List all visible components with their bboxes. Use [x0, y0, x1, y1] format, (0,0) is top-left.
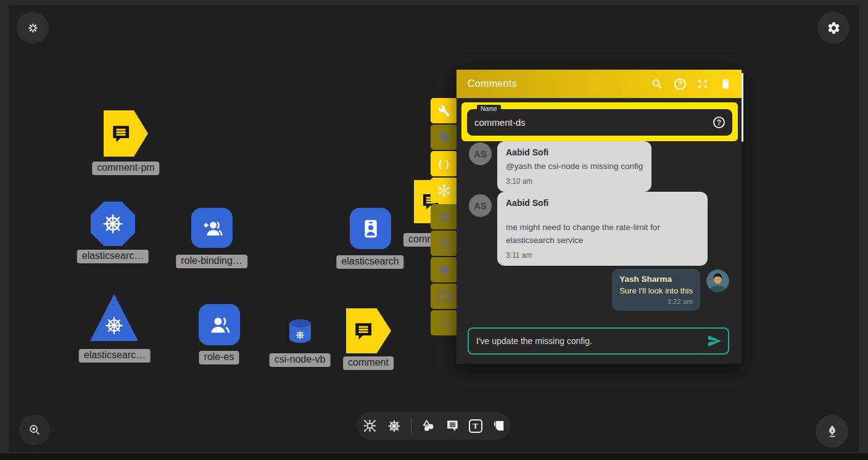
message-time: 3:10 am — [506, 177, 643, 186]
toolbar-settings[interactable] — [431, 204, 458, 229]
panel-title: Comments — [468, 78, 651, 89]
node-role-binding[interactable] — [191, 208, 233, 248]
pen-tool-button[interactable] — [816, 415, 848, 448]
trash-icon[interactable] — [719, 78, 732, 90]
name-input[interactable] — [474, 117, 713, 128]
comment-icon — [352, 320, 374, 342]
message-time: 3:11 am — [506, 251, 699, 260]
comment-icon — [110, 123, 132, 145]
kubernetes-icon — [295, 330, 305, 340]
toolbar-history[interactable] — [431, 310, 458, 335]
node-role-es[interactable] — [199, 304, 240, 345]
toolbar-divider — [411, 418, 411, 434]
wrench-icon — [438, 105, 450, 117]
expand-icon[interactable] — [696, 78, 709, 90]
bottom-toolbar: T — [357, 412, 510, 440]
node-label: comment-pm — [92, 162, 159, 175]
send-icon[interactable] — [707, 334, 722, 348]
history-icon — [438, 316, 451, 329]
message-text: @yash the csi-node is missing config — [506, 160, 643, 173]
comment-icon[interactable] — [445, 419, 460, 433]
toolbar-doc-search[interactable] — [431, 231, 458, 256]
message-time: 3:22 am — [619, 298, 693, 305]
gear-icon — [438, 210, 451, 223]
node-elasticsearch-statefulset[interactable] — [90, 294, 138, 341]
node-label: elasticsearc… — [77, 250, 149, 263]
message-text: me might need to change the rate-limit f… — [506, 221, 699, 247]
context-toolbar: { } — [431, 98, 458, 337]
github-icon — [437, 290, 451, 303]
help-icon[interactable]: ? — [713, 117, 725, 128]
chat-message: Aabid Sofi @yash the csi-node is missing… — [497, 141, 651, 192]
comments-panel: Comments ? Name ? AS Aabid Sofi @yash th… — [457, 70, 742, 364]
zoom-in-icon — [28, 423, 41, 437]
toolbar-mesh[interactable] — [431, 178, 458, 203]
node-elasticsearch-serviceaccount[interactable] — [350, 208, 391, 249]
avatar: AS — [469, 194, 492, 217]
chat-input-row — [468, 327, 729, 355]
user-plus-icon — [200, 216, 224, 240]
gear-icon — [827, 21, 841, 35]
message-author: Aabid Sofi — [506, 198, 699, 208]
avatar — [706, 269, 729, 292]
node-label: elasticsearc… — [79, 349, 151, 363]
tag-icon — [438, 131, 451, 144]
search-icon[interactable] — [651, 78, 664, 91]
node-csi-node-vb[interactable] — [289, 319, 311, 343]
shield-icon — [438, 264, 450, 276]
panel-scrollbar[interactable] — [742, 73, 743, 142]
node-comment[interactable] — [346, 308, 391, 353]
toolbar-tag[interactable] — [431, 125, 458, 150]
node-label: elasticsearch — [336, 255, 403, 269]
text-icon[interactable]: T — [469, 419, 482, 433]
zoom-button[interactable] — [19, 414, 50, 445]
mesh-hub-icon — [437, 183, 452, 198]
app-window: comment-pm elasticsearc… role-binding… e… — [0, 0, 868, 460]
help-icon[interactable]: ? — [674, 78, 686, 90]
name-field-section: Name ? — [461, 102, 738, 141]
file-search-icon — [438, 237, 451, 250]
chat-message: Yash Sharma Sure I'll look into this 3:2… — [612, 269, 700, 311]
node-comment-pm[interactable] — [104, 110, 148, 157]
braces-icon: { } — [439, 158, 450, 169]
kubernetes-icon — [104, 315, 125, 336]
app-logo-button[interactable] — [17, 12, 49, 44]
message-text: Sure I'll look into this — [619, 286, 693, 295]
toolbar-github[interactable] — [431, 284, 458, 309]
node-elasticsearch-daemonset[interactable] — [91, 202, 135, 246]
message-author: Aabid Sofi — [506, 147, 643, 157]
chat-input[interactable] — [476, 336, 707, 346]
kubernetes-icon — [101, 212, 125, 236]
node-label: comment — [343, 356, 394, 370]
users-icon — [207, 313, 232, 337]
id-badge-icon — [358, 216, 383, 241]
node-label: role-es — [199, 351, 239, 364]
name-field-label: Name — [477, 105, 501, 113]
node-label: role-binding… — [176, 255, 247, 268]
comments-panel-header[interactable]: Comments ? — [457, 70, 742, 98]
flower-icon — [27, 22, 39, 34]
toolbar-wrench[interactable] — [431, 98, 458, 123]
graph-icon[interactable] — [362, 418, 378, 433]
settings-button[interactable] — [817, 12, 849, 44]
shapes-icon[interactable] — [421, 418, 436, 433]
note-icon[interactable] — [492, 419, 506, 433]
avatar: AS — [469, 142, 492, 165]
kubernetes-icon[interactable] — [387, 419, 402, 433]
node-label: csi-node-vb — [270, 353, 331, 367]
chat-message: Aabid Sofi me might need to change the r… — [497, 192, 708, 266]
toolbar-shield[interactable] — [431, 257, 458, 282]
toolbar-braces[interactable]: { } — [431, 151, 458, 176]
pen-icon — [824, 424, 840, 440]
message-author: Yash Sharma — [619, 274, 693, 284]
